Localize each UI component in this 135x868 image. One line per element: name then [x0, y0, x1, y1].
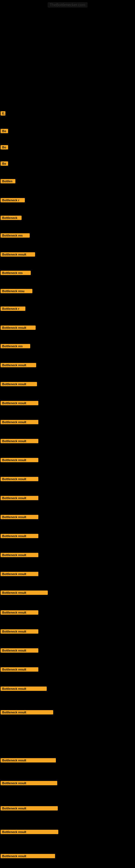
bottleneck-label-21: Bottleneck result: [1, 477, 38, 482]
bottleneck-label-11: Bottleneck resu: [1, 289, 32, 294]
bottleneck-label-20: Bottleneck result: [1, 458, 38, 463]
bottleneck-label-28: Bottleneck result: [1, 610, 38, 616]
bottleneck-label-25: Bottleneck result: [1, 553, 38, 558]
bottleneck-label-24: Bottleneck result: [1, 534, 38, 539]
bottleneck-label-10: Bottleneck res: [1, 271, 31, 276]
bottleneck-label-30: Bottleneck result: [1, 648, 38, 654]
bottleneck-label-37: Bottleneck result: [1, 830, 58, 835]
bottleneck-label-14: Bottleneck res: [1, 344, 30, 349]
bottleneck-label-4: Bo: [1, 161, 8, 167]
bottleneck-label-36: Bottleneck result: [1, 806, 58, 812]
bottleneck-label-1: E: [1, 111, 5, 117]
bottleneck-label-13: Bottleneck result: [1, 326, 36, 331]
bottleneck-label-35: Bottleneck result: [1, 781, 57, 786]
bottleneck-label-12: Bottleneck r: [1, 307, 26, 312]
bottleneck-label-29: Bottleneck result: [1, 629, 38, 635]
site-title: TheBottlenecker.com: [48, 2, 87, 8]
bottleneck-label-23: Bottleneck result: [1, 515, 38, 520]
bottleneck-label-22: Bottleneck result: [1, 496, 38, 501]
bottleneck-label-9: Bottleneck result: [1, 252, 35, 258]
bottleneck-label-17: Bottleneck result: [1, 401, 38, 406]
bottleneck-label-34: Bottleneck result: [1, 758, 56, 764]
bottleneck-label-38: Bottleneck result: [1, 854, 55, 859]
bottleneck-label-8: Bottleneck res: [1, 233, 30, 239]
bottleneck-label-27: Bottleneck result: [1, 590, 48, 596]
bottleneck-label-5: Bottlen: [1, 179, 15, 184]
bottleneck-label-18: Bottleneck result: [1, 420, 38, 425]
bottleneck-label-19: Bottleneck result: [1, 439, 38, 444]
bottleneck-label-6: Bottleneck r: [1, 198, 25, 204]
bottleneck-label-2: Bo: [1, 129, 8, 134]
bottleneck-label-15: Bottleneck result: [1, 363, 36, 368]
bottleneck-label-26: Bottleneck result: [1, 572, 38, 577]
bottleneck-label-7: Bottleneck: [1, 216, 21, 221]
bottleneck-label-32: Bottleneck result: [1, 686, 47, 692]
bottleneck-label-33: Bottleneck result: [1, 710, 53, 716]
bottleneck-label-31: Bottleneck result: [1, 667, 38, 673]
bottleneck-label-16: Bottleneck result: [1, 382, 37, 388]
bottleneck-label-3: Bo: [1, 145, 8, 151]
